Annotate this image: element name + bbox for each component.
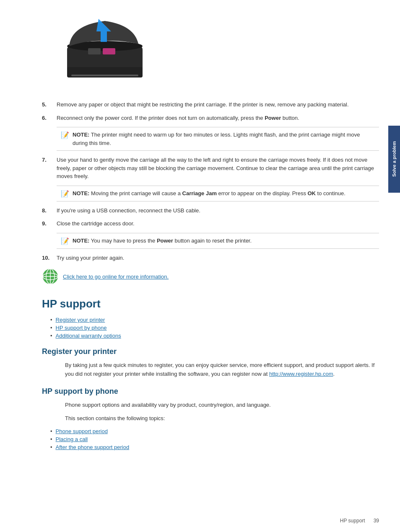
printer-image-area [59, 13, 379, 88]
note-icon-1: 📝 [61, 131, 69, 139]
note-1: 📝 NOTE: The printer might need to warm u… [57, 127, 379, 151]
side-tab-label: Solve a problem [392, 142, 397, 177]
nav-item-register: Register your printer [50, 317, 379, 323]
step-6-text: Reconnect only the power cord. If the pr… [57, 114, 379, 122]
svg-rect-3 [88, 48, 101, 54]
step-10-text: Try using your printer again. [57, 254, 379, 262]
nav-link-phone[interactable]: HP support by phone [56, 325, 107, 331]
globe-icon [42, 268, 59, 285]
side-tab: Solve a problem [388, 126, 400, 193]
register-link[interactable]: http://www.register.hp.com [269, 371, 333, 377]
step-8-num: 8. [42, 207, 57, 215]
main-content: 5. Remove any paper or object that might… [42, 0, 379, 473]
step-8-text: If you're using a USB connection, reconn… [57, 207, 379, 215]
note-3-text: NOTE: You may have to press the Power bu… [73, 237, 252, 245]
nav-link-register[interactable]: Register your printer [56, 317, 105, 323]
step-7-num: 7. [42, 156, 57, 181]
phone-subtitle: HP support by phone [42, 387, 379, 396]
step-9-num: 9. [42, 220, 57, 228]
topic-link-period[interactable]: Phone support period [56, 428, 108, 434]
footer-label: HP support [340, 518, 365, 524]
note-3: 📝 NOTE: You may have to press the Power … [57, 233, 379, 249]
step-6-num: 6. [42, 114, 57, 122]
step-7-text: Use your hand to gently move the carriag… [57, 156, 379, 181]
printer-illustration [59, 13, 151, 88]
step-7: 7. Use your hand to gently move the carr… [42, 156, 379, 181]
phone-topics-list: Phone support period Placing a call Afte… [50, 428, 379, 450]
note-2: 📝 NOTE: Moving the print carriage will c… [57, 186, 379, 201]
hp-support-nav: Register your printer HP support by phon… [50, 317, 379, 339]
step-8: 8. If you're using a USB connection, rec… [42, 207, 379, 215]
hp-support-title: HP support [42, 297, 379, 310]
online-link[interactable]: Click here to go online for more informa… [63, 274, 169, 280]
svg-rect-5 [71, 75, 138, 76]
steps-section: 5. Remove any paper or object that might… [42, 101, 379, 285]
topic-item-after: After the phone support period [50, 444, 379, 450]
page-container: Solve a problem [0, 0, 400, 532]
step-10-num: 10. [42, 254, 57, 262]
note-2-text: NOTE: Moving the print carriage will cau… [73, 189, 345, 198]
nav-link-warranty[interactable]: Additional warranty options [56, 333, 121, 339]
svg-rect-4 [103, 48, 115, 54]
step-6: 6. Reconnect only the power cord. If the… [42, 114, 379, 122]
topic-link-placing[interactable]: Placing a call [56, 436, 88, 442]
step-10: 10. Try using your printer again. [42, 254, 379, 262]
nav-item-warranty: Additional warranty options [50, 333, 379, 339]
note-icon-3: 📝 [61, 237, 69, 245]
step-9: 9. Close the cartridge access door. [42, 220, 379, 228]
phone-body-1: Phone support options and availability v… [65, 401, 379, 410]
page-footer: HP support 39 [340, 518, 379, 524]
topic-item-period: Phone support period [50, 428, 379, 434]
register-subtitle: Register your printer [42, 347, 379, 356]
step-5-text: Remove any paper or object that might be… [57, 101, 379, 109]
online-link-section: Click here to go online for more informa… [42, 268, 379, 285]
topic-link-after[interactable]: After the phone support period [56, 444, 130, 450]
nav-item-phone: HP support by phone [50, 325, 379, 331]
topic-item-placing: Placing a call [50, 436, 379, 442]
note-icon-2: 📝 [61, 190, 69, 198]
step-5: 5. Remove any paper or object that might… [42, 101, 379, 109]
note-1-text: NOTE: The printer might need to warm up … [73, 131, 375, 147]
step-5-num: 5. [42, 101, 57, 109]
footer-page: 39 [374, 518, 379, 524]
hp-support-section: HP support Register your printer HP supp… [42, 297, 379, 450]
register-body: By taking just a few quick minutes to re… [65, 361, 379, 379]
step-9-text: Close the cartridge access door. [57, 220, 379, 228]
phone-body-2: This section contains the following topi… [65, 414, 379, 423]
